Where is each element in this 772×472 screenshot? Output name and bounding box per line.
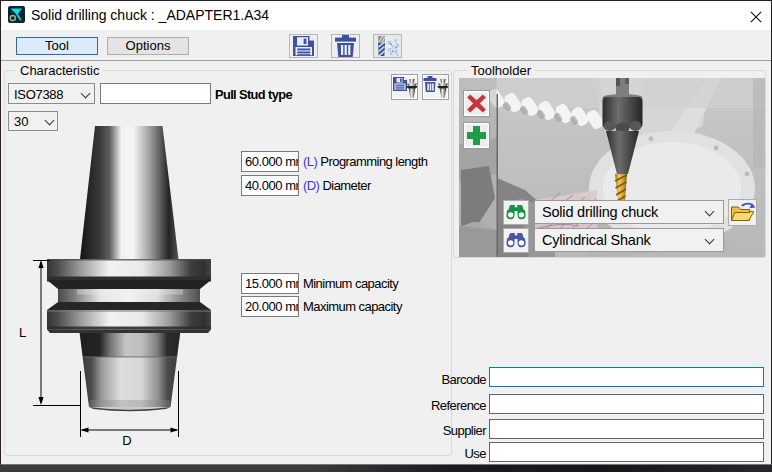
svg-text:D: D — [122, 433, 131, 448]
